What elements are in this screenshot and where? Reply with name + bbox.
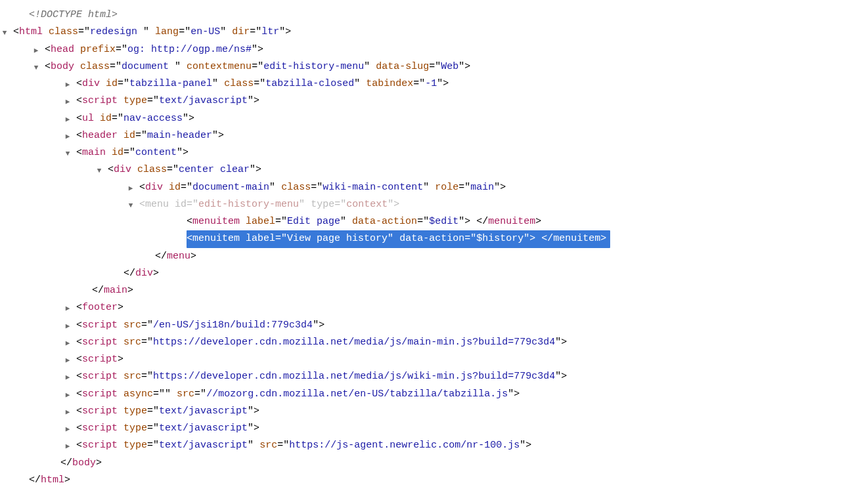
tree-row[interactable]: ▶</div> xyxy=(0,265,867,282)
selected-node[interactable]: <menuitem label="View page history" data… xyxy=(187,230,610,247)
tree-row[interactable]: ▶<menuitem label="Edit page" data-action… xyxy=(0,213,867,230)
disclosure-triangle-collapsed-icon[interactable]: ▶ xyxy=(32,41,41,57)
tree-row[interactable]: ▶<script type="text/javascript"> xyxy=(0,403,867,420)
tree-row[interactable]: ▶<footer> xyxy=(0,299,867,316)
node-text[interactable]: <footer> xyxy=(76,302,123,313)
tree-row[interactable]: ▶</body> xyxy=(0,455,867,472)
tree-node-content[interactable]: <ul id="nav-access"> xyxy=(76,110,867,127)
tree-node-content[interactable]: <script async="" src="//mozorg.cdn.mozil… xyxy=(76,386,867,403)
tree-row[interactable]: ▶<script src="https://developer.cdn.mozi… xyxy=(0,334,867,351)
tree-node-content[interactable]: <div id="document-main" class="wiki-main… xyxy=(139,179,867,196)
tree-node-content[interactable]: <div id="tabzilla-panel" class="tabzilla… xyxy=(76,75,867,93)
disclosure-triangle-collapsed-icon[interactable]: ▶ xyxy=(126,179,135,195)
tree-row[interactable]: ▶<header id="main-header"> xyxy=(0,127,867,144)
tree-row[interactable]: ▶<script src="/en-US/jsi18n/build:779c3d… xyxy=(0,317,867,334)
node-text[interactable]: </main> xyxy=(92,285,133,296)
node-text[interactable]: </div> xyxy=(123,268,159,279)
tree-node-content[interactable]: </div> xyxy=(123,265,867,282)
disclosure-triangle-collapsed-icon[interactable]: ▶ xyxy=(63,75,72,91)
tree-node-content[interactable]: <menu id="edit-history-menu" type="conte… xyxy=(139,196,867,213)
node-text[interactable]: <script type="text/javascript"> xyxy=(76,95,259,106)
tree-node-content[interactable]: </html> xyxy=(29,472,867,489)
tree-node-content[interactable]: <!DOCTYPE html> xyxy=(29,7,867,24)
node-text[interactable]: <menuitem label="Edit page" data-action=… xyxy=(187,216,541,227)
node-text[interactable]: <html class="redesign " lang="en-US" dir… xyxy=(13,26,291,37)
disclosure-triangle-expanded-icon[interactable]: ▼ xyxy=(0,24,9,39)
tree-row[interactable]: ▼<main id="content"> xyxy=(0,144,867,161)
disclosure-triangle-expanded-icon[interactable]: ▼ xyxy=(32,58,41,74)
tree-row[interactable]: ▶<script async="" src="//mozorg.cdn.mozi… xyxy=(0,386,867,403)
tree-node-content[interactable]: </body> xyxy=(60,455,867,472)
tree-node-content[interactable]: <script type="text/javascript"> xyxy=(76,420,867,437)
node-text[interactable]: <div id="document-main" class="wiki-main… xyxy=(139,182,506,193)
tree-node-content[interactable]: <body class="document " contextmenu="edi… xyxy=(45,58,867,75)
node-text[interactable]: <main id="content"> xyxy=(76,147,189,158)
tree-node-content[interactable]: <script type="text/javascript" src="http… xyxy=(76,437,867,454)
disclosure-triangle-collapsed-icon[interactable]: ▶ xyxy=(63,351,72,367)
tree-node-content[interactable]: </menu> xyxy=(155,248,867,265)
disclosure-triangle-collapsed-icon[interactable]: ▶ xyxy=(63,420,72,436)
tree-node-content[interactable]: <script src="https://developer.cdn.mozil… xyxy=(76,368,867,385)
disclosure-triangle-expanded-icon[interactable]: ▼ xyxy=(126,196,135,212)
tree-node-content[interactable]: <script src="/en-US/jsi18n/build:779c3d4… xyxy=(76,317,867,334)
disclosure-triangle-collapsed-icon[interactable]: ▶ xyxy=(63,403,72,419)
node-text[interactable]: <body class="document " contextmenu="edi… xyxy=(45,61,470,72)
node-text[interactable]: <script src="/en-US/jsi18n/build:779c3d4… xyxy=(76,320,324,331)
tree-node-content[interactable]: <html class="redesign " lang="en-US" dir… xyxy=(13,24,867,41)
tree-row[interactable]: ▶<script> xyxy=(0,351,867,368)
tree-node-content[interactable]: </main> xyxy=(92,282,867,299)
disclosure-triangle-expanded-icon[interactable]: ▼ xyxy=(63,144,72,160)
tree-node-content[interactable]: <script src="https://developer.cdn.mozil… xyxy=(76,334,867,351)
disclosure-triangle-collapsed-icon[interactable]: ▶ xyxy=(63,437,72,453)
node-text[interactable]: <script async="" src="//mozorg.cdn.mozil… xyxy=(76,388,520,400)
tree-row[interactable]: ▶<!DOCTYPE html> xyxy=(0,7,867,24)
tree-row[interactable]: ▶<ul id="nav-access"> xyxy=(0,110,867,127)
node-text[interactable]: </body> xyxy=(60,457,102,469)
tree-row[interactable]: ▶<div id="tabzilla-panel" class="tabzill… xyxy=(0,75,867,93)
node-text[interactable]: <!DOCTYPE html> xyxy=(29,9,118,20)
tree-row[interactable]: ▼<html class="redesign " lang="en-US" di… xyxy=(0,24,867,41)
tree-row[interactable]: ▼<menu id="edit-history-menu" type="cont… xyxy=(0,196,867,213)
node-text[interactable]: <ul id="nav-access"> xyxy=(76,113,194,124)
tree-node-content[interactable]: <menuitem label="View page history" data… xyxy=(187,230,867,247)
tree-row[interactable]: ▶<script src="https://developer.cdn.mozi… xyxy=(0,368,867,385)
disclosure-triangle-expanded-icon[interactable]: ▼ xyxy=(95,161,104,177)
node-text[interactable]: <head prefix="og: http://ogp.me/ns#"> xyxy=(45,44,263,55)
node-text[interactable]: <script type="text/javascript" src="http… xyxy=(76,440,531,451)
node-text[interactable]: <script> xyxy=(76,354,123,365)
disclosure-triangle-collapsed-icon[interactable]: ▶ xyxy=(63,110,72,126)
node-text[interactable]: <div class="center clear"> xyxy=(108,164,261,175)
node-text[interactable]: <menu id="edit-history-menu" type="conte… xyxy=(139,199,399,210)
node-text[interactable]: </html> xyxy=(29,474,70,486)
tree-row[interactable]: ▶<div id="document-main" class="wiki-mai… xyxy=(0,179,867,196)
tree-row[interactable]: ▶</html> xyxy=(0,472,867,489)
node-text[interactable]: </menu> xyxy=(155,251,196,262)
tree-node-content[interactable]: <footer> xyxy=(76,299,867,316)
tree-row[interactable]: ▶</menu> xyxy=(0,248,867,265)
tree-row[interactable]: ▶<menuitem label="View page history" dat… xyxy=(0,230,867,247)
node-text[interactable]: <script src="https://developer.cdn.mozil… xyxy=(76,371,567,382)
tree-node-content[interactable]: <script type="text/javascript"> xyxy=(76,93,867,110)
tree-node-content[interactable]: <main id="content"> xyxy=(76,144,867,161)
node-text[interactable]: <script type="text/javascript"> xyxy=(76,406,259,417)
tree-row[interactable]: ▼<div class="center clear"> xyxy=(0,161,867,178)
tree-node-content[interactable]: <menuitem label="Edit page" data-action=… xyxy=(187,213,867,230)
tree-node-content[interactable]: <div class="center clear"> xyxy=(108,161,867,178)
tree-node-content[interactable]: <header id="main-header"> xyxy=(76,127,867,144)
disclosure-triangle-collapsed-icon[interactable]: ▶ xyxy=(63,93,72,108)
tree-row[interactable]: ▶</main> xyxy=(0,282,867,299)
tree-node-content[interactable]: <script> xyxy=(76,351,867,368)
disclosure-triangle-collapsed-icon[interactable]: ▶ xyxy=(63,334,72,350)
disclosure-triangle-collapsed-icon[interactable]: ▶ xyxy=(63,386,72,402)
node-text[interactable]: <script type="text/javascript"> xyxy=(76,423,259,434)
node-text[interactable]: <div id="tabzilla-panel" class="tabzilla… xyxy=(76,78,449,89)
tree-node-content[interactable]: <script type="text/javascript"> xyxy=(76,403,867,420)
tree-row[interactable]: ▶<script type="text/javascript" src="htt… xyxy=(0,437,867,454)
disclosure-triangle-collapsed-icon[interactable]: ▶ xyxy=(63,368,72,384)
tree-node-content[interactable]: <head prefix="og: http://ogp.me/ns#"> xyxy=(45,41,867,58)
disclosure-triangle-collapsed-icon[interactable]: ▶ xyxy=(63,317,72,333)
node-text[interactable]: <script src="https://developer.cdn.mozil… xyxy=(76,337,567,348)
tree-row[interactable]: ▶<script type="text/javascript"> xyxy=(0,93,867,110)
tree-row[interactable]: ▼<body class="document " contextmenu="ed… xyxy=(0,58,867,75)
tree-row[interactable]: ▶<script type="text/javascript"> xyxy=(0,420,867,437)
